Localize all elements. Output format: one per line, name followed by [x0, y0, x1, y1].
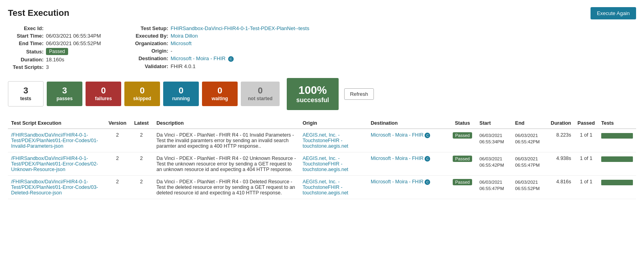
th-passed: Passed — [574, 118, 598, 129]
duration-row: Duration: 18.160s — [8, 57, 101, 63]
waiting-num: 0 — [217, 86, 222, 95]
start-cell: 06/03/202106:55:47PM — [476, 175, 512, 199]
passes-num: 3 — [62, 86, 67, 95]
passed-cell: 1 of 1 — [574, 175, 598, 199]
status-badge: Passed — [453, 156, 472, 162]
destination-link[interactable]: Microsoft - Moira - FHIR — [171, 55, 226, 61]
table-row: /FHIRSandbox/DaVinci/FHIR4-0-1-Test/PDEX… — [8, 152, 636, 175]
origin-value: - — [171, 48, 172, 54]
version-cell: 2 — [105, 129, 130, 152]
start-cell: 06/03/202106:55:34PM — [476, 129, 512, 152]
duration-label: Duration: — [8, 57, 44, 63]
stat-tests: 3 tests — [8, 81, 44, 107]
start-time-label: Start Time: — [8, 33, 44, 39]
running-lbl: running — [172, 96, 190, 101]
duration-cell: 8.223s — [548, 129, 574, 152]
exec-id-row: Exec Id: — [8, 25, 101, 31]
test-setup-label: Test Setup: — [125, 25, 168, 31]
executed-by-link[interactable]: Moira Dillon — [171, 33, 198, 39]
stats-bar: 3 tests 3 passes 0 failures 0 skipped 0 … — [8, 78, 636, 110]
success-pct: 100% — [296, 84, 329, 97]
destination-row: Destination: Microsoft - Moira - FHIR C — [125, 55, 309, 62]
status-badge: Passed — [453, 179, 472, 185]
origin-cell: AEGIS.net, Inc. -TouchstoneFHIR -touchst… — [299, 152, 368, 175]
organization-row: Organization: Microsoft — [125, 40, 309, 46]
stat-failures: 0 failures — [86, 82, 121, 106]
failures-lbl: failures — [95, 96, 112, 101]
dest-link[interactable]: Microsoft - Moira - FHIR — [371, 156, 423, 161]
end-cell: 06/03/202106:55:47PM — [512, 152, 548, 175]
end-cell: 06/03/202106:55:52PM — [512, 175, 548, 199]
th-latest: Latest — [130, 118, 153, 129]
destination-value: Microsoft - Moira - FHIR C — [171, 55, 234, 62]
stat-running: 0 running — [163, 82, 199, 106]
script-link[interactable]: /FHIRSandbox/DaVinci/FHIR4-0-1-Test/PDEX… — [11, 156, 98, 172]
th-version: Version — [105, 118, 130, 129]
progress-bar-container — [601, 156, 633, 162]
script-link[interactable]: /FHIRSandbox/DaVinci/FHIR4-0-1-Test/PDEX… — [11, 179, 98, 196]
progress-bar-container — [601, 133, 633, 139]
end-time-label: End Time: — [8, 40, 44, 46]
th-destination: Destination — [368, 118, 449, 129]
destination-cell: Microsoft - Moira - FHIRC — [368, 152, 449, 175]
th-description: Description — [153, 118, 299, 129]
duration-value: 18.160s — [46, 57, 64, 63]
th-origin: Origin — [299, 118, 368, 129]
origin-link[interactable]: AEGIS.net, Inc. -TouchstoneFHIR -touchst… — [303, 179, 348, 196]
stat-skipped: 0 skipped — [124, 82, 160, 106]
stat-waiting: 0 waiting — [202, 82, 238, 106]
version-cell: 2 — [105, 175, 130, 199]
test-scripts-value: 3 — [46, 64, 49, 70]
status-badge: Passed — [453, 132, 472, 139]
dest-c-badge: C — [425, 133, 430, 138]
end-time-row: End Time: 06/03/2021 06:55:52PM — [8, 40, 101, 46]
origin-link[interactable]: AEGIS.net, Inc. -TouchstoneFHIR -touchst… — [303, 132, 348, 149]
dest-link[interactable]: Microsoft - Moira - FHIR — [371, 132, 423, 138]
validator-row: Validator: FHIR 4.0.1 — [125, 63, 309, 69]
status-badge: Passed — [46, 48, 68, 55]
origin-label: Origin: — [125, 48, 168, 54]
end-time-value: 06/03/2021 06:55:52PM — [46, 40, 101, 46]
tests-bar-cell — [598, 175, 636, 199]
test-scripts-label: Test Scripts: — [8, 64, 44, 70]
table-row: /FHIRSandbox/DaVinci/FHIR4-0-1-Test/PDEX… — [8, 129, 636, 152]
origin-link[interactable]: AEGIS.net, Inc. -TouchstoneFHIR -touchst… — [303, 156, 348, 172]
not-started-num: 0 — [258, 86, 263, 95]
refresh-button[interactable]: Refresh — [344, 88, 374, 100]
th-status: Status — [449, 118, 476, 129]
th-start: Start — [476, 118, 512, 129]
tests-num: 3 — [23, 86, 28, 95]
start-cell: 06/03/202106:55:42PM — [476, 152, 512, 175]
meta-right: Test Setup: FHIRSandbox-DaVinci-FHIR4-0-… — [125, 25, 309, 70]
tests-bar-cell — [598, 152, 636, 175]
stat-passes: 3 passes — [47, 82, 82, 106]
version-cell: 2 — [105, 152, 130, 175]
organization-link[interactable]: Microsoft — [171, 40, 192, 46]
table-row: /FHIRSandbox/DaVinci/FHIR4-0-1-Test/PDEX… — [8, 175, 636, 199]
th-duration: Duration — [548, 118, 574, 129]
dest-link[interactable]: Microsoft - Moira - FHIR — [371, 179, 423, 185]
status-cell: Passed — [449, 129, 476, 152]
skipped-lbl: skipped — [133, 96, 151, 101]
destination-cell: Microsoft - Moira - FHIRC — [368, 129, 449, 152]
destination-c-badge: C — [228, 56, 234, 62]
duration-cell: 4.938s — [548, 152, 574, 175]
tests-lbl: tests — [20, 96, 31, 101]
waiting-lbl: waiting — [211, 96, 228, 101]
skipped-num: 0 — [140, 86, 145, 95]
progress-bar-fill — [601, 156, 633, 162]
exec-id-label: Exec Id: — [8, 25, 44, 31]
th-end: End — [512, 118, 548, 129]
start-time-row: Start Time: 06/03/2021 06:55:34PM — [8, 33, 101, 39]
validator-value: FHIR 4.0.1 — [171, 63, 196, 69]
progress-bar-fill — [601, 180, 633, 185]
description-cell: Da Vinci - PDEX - PlanNet - FHIR R4 - 01… — [153, 129, 299, 152]
not-started-lbl: not started — [248, 96, 272, 101]
execute-again-button[interactable]: Execute Again — [591, 7, 636, 19]
script-link[interactable]: /FHIRSandbox/DaVinci/FHIR4-0-1-Test/PDEX… — [11, 132, 98, 149]
test-setup-link[interactable]: FHIRSandbox-DaVinci-FHIR4-0-1-Test-PDEX-… — [171, 25, 309, 31]
dest-c-badge: C — [425, 179, 430, 185]
status-label: Status: — [8, 49, 44, 55]
success-lbl: successful — [296, 97, 329, 104]
passes-lbl: passes — [57, 96, 73, 101]
